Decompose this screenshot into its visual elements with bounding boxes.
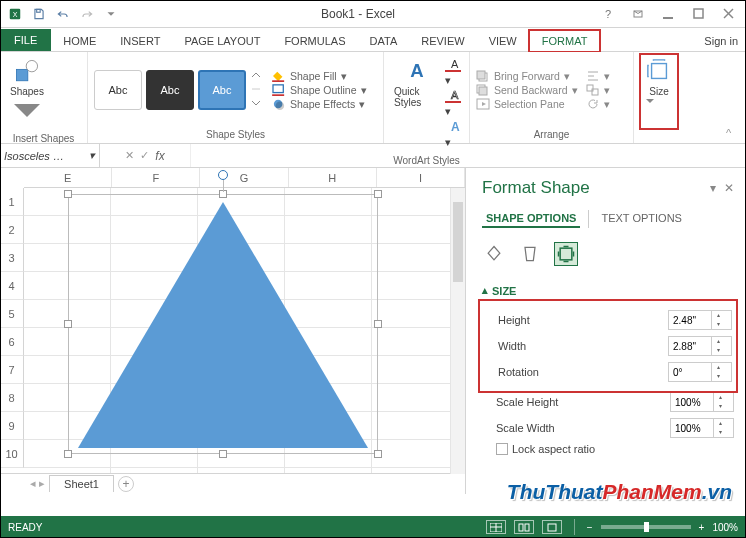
style-preset-1[interactable]: Abc xyxy=(94,70,142,110)
zoom-level[interactable]: 100% xyxy=(712,522,738,533)
cancel-formula-icon[interactable]: ✕ xyxy=(125,149,134,162)
scale-width-input[interactable]: ▴▾ xyxy=(670,418,734,438)
tab-file[interactable]: FILE xyxy=(0,29,51,51)
shapes-button[interactable]: Shapes xyxy=(6,56,48,127)
size-button[interactable]: Size xyxy=(642,56,676,127)
tab-view[interactable]: VIEW xyxy=(477,31,529,51)
row-header[interactable]: 10 xyxy=(0,440,24,468)
tab-text-options[interactable]: TEXT OPTIONS xyxy=(597,210,685,228)
spin-down-icon[interactable]: ▾ xyxy=(712,320,725,329)
selection-pane-button[interactable]: Selection Pane xyxy=(476,98,578,110)
tab-insert[interactable]: INSERT xyxy=(108,31,172,51)
col-header[interactable]: H xyxy=(289,168,377,187)
effects-icon[interactable] xyxy=(518,242,542,266)
zoom-slider[interactable] xyxy=(601,525,691,529)
resize-handle[interactable] xyxy=(64,190,72,198)
row-header[interactable]: 2 xyxy=(0,216,24,244)
height-input[interactable]: ▴▾ xyxy=(668,310,732,330)
rotate-handle[interactable] xyxy=(218,170,228,180)
align-icon[interactable]: ▾ xyxy=(586,70,610,82)
excel-icon[interactable]: X xyxy=(4,3,26,25)
spin-down-icon[interactable]: ▾ xyxy=(714,428,727,437)
spin-up-icon[interactable]: ▴ xyxy=(712,311,725,320)
shape-fill-button[interactable]: Shape Fill ▾ xyxy=(272,70,367,82)
qat-customize-icon[interactable] xyxy=(100,3,122,25)
undo-icon[interactable] xyxy=(52,3,74,25)
style-preset-3[interactable]: Abc xyxy=(198,70,246,110)
col-header[interactable]: E xyxy=(24,168,112,187)
new-sheet-button[interactable]: + xyxy=(118,476,134,492)
sheet-tab[interactable]: Sheet1 xyxy=(49,475,114,492)
tab-review[interactable]: REVIEW xyxy=(409,31,476,51)
normal-view-icon[interactable] xyxy=(486,520,506,534)
shape-effects-button[interactable]: Shape Effects ▾ xyxy=(272,98,367,110)
spin-down-icon[interactable]: ▾ xyxy=(714,402,727,411)
rotation-input[interactable]: ▴▾ xyxy=(668,362,732,382)
width-input[interactable]: ▴▾ xyxy=(668,336,732,356)
scale-height-input[interactable]: ▴▾ xyxy=(670,392,734,412)
page-layout-view-icon[interactable] xyxy=(514,520,534,534)
selected-shape[interactable] xyxy=(68,194,378,454)
cells-area[interactable] xyxy=(24,188,465,473)
size-section-header[interactable]: ▴SIZE xyxy=(482,284,734,297)
style-gallery[interactable]: Abc Abc Abc xyxy=(94,69,262,111)
tab-shape-options[interactable]: SHAPE OPTIONS xyxy=(482,210,580,228)
spin-up-icon[interactable]: ▴ xyxy=(714,393,727,402)
row-header[interactable]: 7 xyxy=(0,356,24,384)
scrollbar-thumb[interactable] xyxy=(453,202,463,282)
sign-in-link[interactable]: Sign in xyxy=(696,31,746,51)
collapse-ribbon-icon[interactable]: ^ xyxy=(726,127,740,141)
text-fill-icon[interactable]: A▾ xyxy=(445,58,463,87)
redo-icon[interactable] xyxy=(76,3,98,25)
row-header[interactable]: 3 xyxy=(0,244,24,272)
col-header[interactable]: I xyxy=(377,168,465,187)
zoom-out-button[interactable]: − xyxy=(587,522,593,533)
spin-up-icon[interactable]: ▴ xyxy=(712,337,725,346)
shape-outline-button[interactable]: Shape Outline ▾ xyxy=(272,84,367,96)
quick-styles-button[interactable]: A Quick Styles xyxy=(390,56,445,110)
minimize-icon[interactable] xyxy=(654,3,682,25)
row-header[interactable]: 5 xyxy=(0,300,24,328)
page-break-view-icon[interactable] xyxy=(542,520,562,534)
resize-handle[interactable] xyxy=(374,320,382,328)
rotate-icon[interactable]: ▾ xyxy=(586,98,610,110)
tab-home[interactable]: HOME xyxy=(51,31,108,51)
gallery-more-icon[interactable] xyxy=(250,69,262,111)
text-outline-icon[interactable]: A▾ xyxy=(445,89,463,118)
worksheet-grid[interactable]: E F G H I 1 2 3 4 5 6 7 8 9 10 xyxy=(0,168,465,494)
row-header[interactable]: 6 xyxy=(0,328,24,356)
tab-format[interactable]: FORMAT xyxy=(529,30,601,52)
spin-up-icon[interactable]: ▴ xyxy=(714,419,727,428)
fx-icon[interactable]: fx xyxy=(155,149,164,163)
save-icon[interactable] xyxy=(28,3,50,25)
help-icon[interactable]: ? xyxy=(594,3,622,25)
enter-formula-icon[interactable]: ✓ xyxy=(140,149,149,162)
tab-page-layout[interactable]: PAGE LAYOUT xyxy=(172,31,272,51)
tab-formulas[interactable]: FORMULAS xyxy=(272,31,357,51)
row-header[interactable]: 1 xyxy=(0,188,24,216)
group-icon[interactable]: ▾ xyxy=(586,84,610,96)
spin-down-icon[interactable]: ▾ xyxy=(712,372,725,381)
resize-handle[interactable] xyxy=(219,450,227,458)
name-box[interactable]: Isosceles …▾ xyxy=(0,144,100,167)
maximize-icon[interactable] xyxy=(684,3,712,25)
lock-aspect-checkbox[interactable]: Lock aspect ratio xyxy=(496,443,734,455)
bring-forward-button[interactable]: Bring Forward ▾ xyxy=(476,70,578,82)
zoom-in-button[interactable]: + xyxy=(699,522,705,533)
send-backward-button[interactable]: Send Backward ▾ xyxy=(476,84,578,96)
spin-up-icon[interactable]: ▴ xyxy=(712,363,725,372)
resize-handle[interactable] xyxy=(374,190,382,198)
row-header[interactable]: 9 xyxy=(0,412,24,440)
col-header[interactable]: F xyxy=(112,168,200,187)
zoom-thumb[interactable] xyxy=(644,522,649,532)
vertical-scrollbar[interactable] xyxy=(450,188,465,474)
ribbon-options-icon[interactable] xyxy=(624,3,652,25)
text-effects-icon[interactable]: A▾ xyxy=(445,120,463,149)
resize-handle[interactable] xyxy=(64,450,72,458)
style-preset-2[interactable]: Abc xyxy=(146,70,194,110)
tab-data[interactable]: DATA xyxy=(358,31,410,51)
resize-handle[interactable] xyxy=(374,450,382,458)
row-header[interactable]: 4 xyxy=(0,272,24,300)
size-properties-icon[interactable] xyxy=(554,242,578,266)
resize-handle[interactable] xyxy=(64,320,72,328)
